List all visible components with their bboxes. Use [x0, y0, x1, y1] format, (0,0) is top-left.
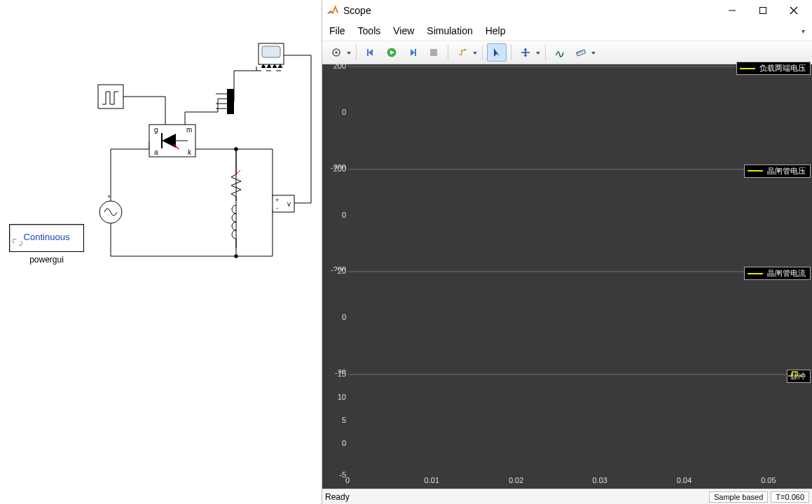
- axes-2[interactable]: 晶闸管电压: [347, 169, 811, 170]
- svg-text:-: -: [276, 204, 278, 211]
- matlab-icon: [326, 4, 339, 17]
- svg-text:a: a: [154, 148, 158, 156]
- legend-3: 晶闸管电流: [744, 267, 811, 280]
- measurements-caret[interactable]: [591, 48, 596, 58]
- voltage-measurement-block: + - v: [273, 195, 294, 212]
- menu-tools[interactable]: Tools: [358, 25, 381, 36]
- svg-point-1: [234, 254, 238, 258]
- step-forward-button[interactable]: [403, 43, 422, 62]
- menu-view[interactable]: View: [393, 25, 414, 36]
- status-time: T=0.060: [771, 491, 809, 503]
- ytick: 0: [324, 439, 346, 447]
- svg-text:+: +: [107, 193, 111, 200]
- ytick: 0: [324, 211, 346, 219]
- status-mode: Sample based: [709, 491, 768, 503]
- powergui-block[interactable]: Continuous: [9, 224, 84, 252]
- autoscale-button[interactable]: [516, 43, 535, 62]
- svg-point-27: [335, 51, 338, 54]
- svg-text:+: +: [275, 197, 279, 204]
- measurements-button[interactable]: [571, 43, 591, 62]
- thyristor-block: g m a k: [149, 125, 195, 157]
- svg-line-13: [236, 170, 240, 174]
- toolbar: [322, 41, 812, 64]
- axes-3[interactable]: 晶闸管电流: [347, 271, 811, 272]
- cursor-button[interactable]: [487, 43, 507, 62]
- ytick: 5: [324, 416, 346, 424]
- statusbar: Ready Sample based T=0.060: [322, 489, 812, 504]
- ytick: 20: [324, 267, 346, 275]
- svg-rect-2: [98, 85, 123, 108]
- status-ready: Ready: [325, 492, 706, 502]
- link-icon: [13, 237, 22, 247]
- axes-1[interactable]: 负载两端电压: [347, 66, 811, 67]
- close-button[interactable]: [778, 1, 809, 20]
- configure-caret[interactable]: [346, 48, 352, 58]
- signal-stats-button[interactable]: [550, 43, 570, 62]
- scope-window: Scope File Tools View Simulation Help ▾: [322, 0, 812, 504]
- ytick: 0: [324, 108, 346, 116]
- autoscale-caret[interactable]: [535, 48, 541, 58]
- ytick: 15: [324, 370, 346, 378]
- legend-1: 负载两端电压: [736, 62, 811, 75]
- powergui-label: powergui: [9, 255, 84, 265]
- trigger-caret[interactable]: [472, 48, 478, 58]
- scope-block: [259, 43, 284, 68]
- stop-button[interactable]: [424, 43, 443, 62]
- simulink-canvas[interactable]: g m a k + + - v: [0, 0, 322, 504]
- svg-text:v: v: [287, 200, 291, 208]
- mux-block: [227, 89, 234, 114]
- titlebar: Scope: [322, 0, 812, 21]
- ytick: 200: [324, 62, 346, 70]
- toolbar-overflow-icon[interactable]: ▾: [801, 27, 805, 35]
- svg-text:m: m: [186, 126, 192, 134]
- svg-text:g: g: [154, 126, 158, 134]
- ytick: -5: [324, 470, 346, 479]
- ytick: 0: [324, 313, 346, 321]
- svg-rect-19: [262, 46, 280, 57]
- svg-point-0: [234, 147, 238, 150]
- menu-file[interactable]: File: [329, 25, 345, 36]
- maximize-button[interactable]: [748, 1, 778, 20]
- x-axis: 0 0.01 0.02 0.03 0.04 0.05: [347, 476, 811, 489]
- svg-rect-25: [760, 8, 766, 14]
- svg-rect-31: [430, 49, 437, 56]
- legend-2: 晶闸管电压: [744, 164, 811, 178]
- minimize-button[interactable]: [717, 1, 748, 20]
- ac-source-block: +: [99, 193, 122, 223]
- ytick: 200: [324, 164, 346, 173]
- step-back-button[interactable]: [361, 43, 380, 62]
- pulse-generator-block: [98, 85, 123, 108]
- svg-rect-30: [415, 49, 416, 56]
- ytick: 10: [324, 393, 346, 401]
- model-diagram: g m a k + + - v: [0, 0, 322, 504]
- svg-rect-28: [367, 49, 369, 56]
- trigger-button[interactable]: [453, 43, 472, 62]
- window-title: Scope: [343, 5, 371, 16]
- menu-simulation[interactable]: Simulation: [427, 25, 472, 36]
- menubar: File Tools View Simulation Help ▾: [322, 21, 812, 41]
- run-button[interactable]: [382, 43, 401, 62]
- menu-help[interactable]: Help: [486, 25, 506, 36]
- svg-point-32: [464, 48, 466, 50]
- scope-axes-area: 200 0 -200 负载两端电压: [322, 64, 812, 489]
- axes-4[interactable]: 脉冲: [347, 374, 811, 375]
- legend-4: 脉冲: [787, 370, 811, 383]
- configure-button[interactable]: [326, 43, 346, 62]
